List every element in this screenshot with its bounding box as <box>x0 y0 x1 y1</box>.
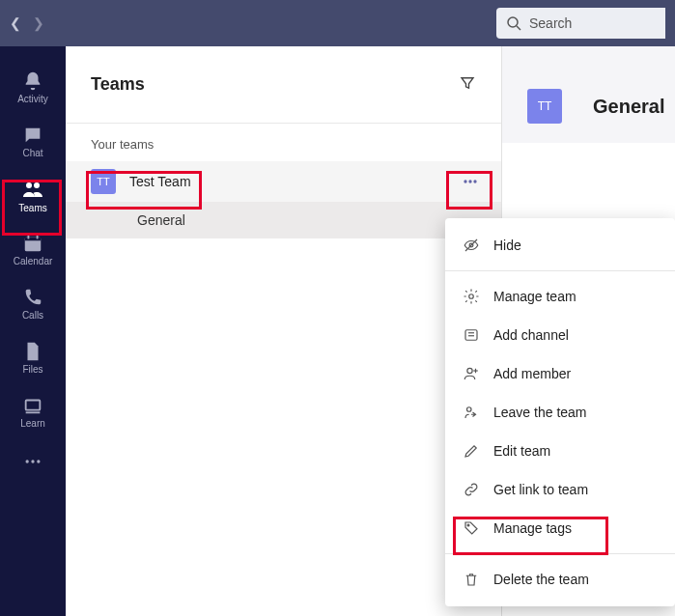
menu-label: Add channel <box>493 327 569 343</box>
channel-title: General <box>593 96 664 118</box>
menu-label: Manage tags <box>493 520 572 536</box>
leave-icon <box>463 404 480 421</box>
teams-panel: Teams Your teams TT Test Team General <box>66 46 502 616</box>
menu-leave-team[interactable]: Leave the team <box>445 393 675 432</box>
history-nav: ❮ ❯ <box>10 15 44 31</box>
team-row[interactable]: TT Test Team <box>66 161 501 202</box>
team-more-button[interactable] <box>453 168 488 195</box>
search-box[interactable]: Search <box>496 8 665 39</box>
rail-label: Teams <box>18 203 46 213</box>
rail-calls[interactable]: Calls <box>0 276 66 330</box>
add-person-icon <box>463 365 480 382</box>
rail-label: Activity <box>17 94 48 104</box>
menu-add-channel[interactable]: Add channel <box>445 316 675 354</box>
title-bar: ❮ ❯ Search <box>0 0 675 46</box>
back-button[interactable]: ❮ <box>10 15 21 31</box>
rail-learn[interactable]: Learn <box>0 384 66 438</box>
rail-more[interactable] <box>0 438 66 485</box>
phone-icon <box>22 287 43 308</box>
rail-teams[interactable]: Teams <box>0 168 66 222</box>
svg-point-0 <box>508 17 518 27</box>
svg-point-10 <box>26 460 29 462</box>
rail-files[interactable]: Files <box>0 330 66 384</box>
menu-label: Hide <box>493 238 521 253</box>
app-rail: Activity Chat Teams Calendar Calls Files… <box>0 46 66 616</box>
rail-label: Calendar <box>14 256 53 266</box>
menu-add-member[interactable]: Add member <box>445 354 675 393</box>
learn-icon <box>22 395 43 416</box>
menu-label: Add member <box>493 366 571 381</box>
svg-point-26 <box>467 524 469 526</box>
svg-point-18 <box>469 294 474 299</box>
bell-icon <box>22 70 43 92</box>
svg-point-14 <box>468 180 471 182</box>
channel-row[interactable]: General <box>66 202 501 238</box>
channel-name: General <box>137 212 185 228</box>
file-icon <box>22 341 43 362</box>
separator <box>445 270 675 271</box>
menu-delete-team[interactable]: Delete the team <box>445 560 675 599</box>
svg-point-3 <box>34 182 40 188</box>
channel-icon <box>463 326 480 344</box>
menu-hide[interactable]: Hide <box>445 226 675 265</box>
hide-icon <box>463 237 480 254</box>
filter-button[interactable] <box>459 74 476 96</box>
channel-avatar: TT <box>527 89 562 124</box>
svg-point-13 <box>464 180 466 182</box>
svg-line-1 <box>517 26 520 30</box>
filter-icon <box>459 74 476 92</box>
channel-header: TT General <box>502 46 675 143</box>
tag-icon <box>463 519 480 537</box>
trash-icon <box>463 571 480 588</box>
search-placeholder: Search <box>529 15 572 31</box>
ellipsis-icon <box>461 172 480 191</box>
svg-point-11 <box>31 460 34 462</box>
separator <box>445 553 675 554</box>
ellipsis-icon <box>23 452 42 471</box>
svg-point-2 <box>26 182 32 188</box>
search-icon <box>506 15 521 31</box>
gear-icon <box>463 288 480 305</box>
svg-point-22 <box>467 368 472 373</box>
svg-rect-19 <box>465 330 477 341</box>
team-context-menu: Hide Manage team Add channel Add member … <box>445 218 675 606</box>
link-icon <box>463 481 480 498</box>
svg-point-25 <box>467 407 472 412</box>
menu-label: Manage team <box>493 289 577 304</box>
menu-label: Edit team <box>493 443 550 459</box>
menu-manage-team[interactable]: Manage team <box>445 277 675 316</box>
menu-label: Delete the team <box>493 572 589 587</box>
svg-rect-8 <box>26 400 41 409</box>
team-name: Test Team <box>129 174 191 189</box>
menu-label: Leave the team <box>493 405 587 420</box>
menu-manage-tags[interactable]: Manage tags <box>445 509 675 547</box>
people-icon <box>21 178 44 201</box>
section-label: Your teams <box>66 124 501 161</box>
svg-point-15 <box>473 180 476 182</box>
rail-activity[interactable]: Activity <box>0 60 66 114</box>
rail-label: Calls <box>22 310 43 321</box>
rail-label: Files <box>22 364 42 375</box>
menu-edit-team[interactable]: Edit team <box>445 432 675 470</box>
svg-point-12 <box>37 460 40 462</box>
pencil-icon <box>463 442 480 460</box>
menu-label: Get link to team <box>493 482 588 497</box>
page-title: Teams <box>91 74 145 95</box>
rail-chat[interactable]: Chat <box>0 114 66 168</box>
rail-label: Learn <box>20 418 45 429</box>
chat-icon <box>22 125 43 146</box>
svg-rect-5 <box>25 237 42 240</box>
team-avatar: TT <box>91 169 116 194</box>
calendar-icon <box>22 233 43 254</box>
teams-header: Teams <box>66 46 501 124</box>
channel-area: TT General <box>502 46 675 143</box>
forward-button[interactable]: ❯ <box>33 15 44 31</box>
menu-get-link[interactable]: Get link to team <box>445 470 675 509</box>
rail-calendar[interactable]: Calendar <box>0 222 66 276</box>
rail-label: Chat <box>22 148 42 158</box>
